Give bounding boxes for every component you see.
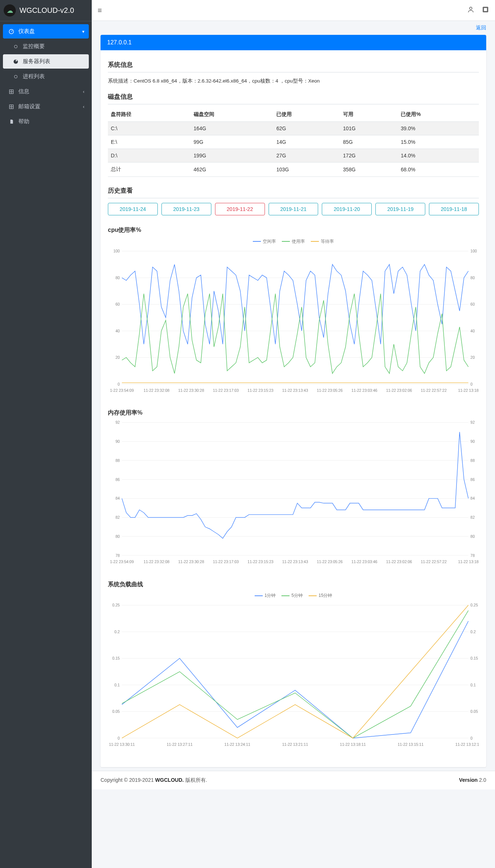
svg-text:11-22 13:21:11: 11-22 13:21:11 — [282, 743, 308, 747]
brand-logo-icon: ☁ — [4, 4, 16, 17]
legend-item[interactable]: 空闲率 — [253, 238, 276, 245]
table-row: C:\164G62G101G39.0% — [108, 122, 479, 135]
svg-text:0.05: 0.05 — [112, 710, 120, 714]
svg-point-9 — [470, 7, 472, 10]
svg-text:1-22 23:54:09: 1-22 23:54:09 — [110, 388, 134, 392]
svg-text:0.15: 0.15 — [112, 656, 120, 660]
table-row: E:\99G14G85G15.0% — [108, 135, 479, 149]
svg-text:0.1: 0.1 — [114, 683, 120, 687]
svg-text:40: 40 — [116, 329, 120, 333]
table-row: 总计462G103G358G68.0% — [108, 163, 479, 177]
svg-text:20: 20 — [116, 355, 120, 360]
svg-text:78: 78 — [470, 554, 475, 558]
history-date-button[interactable]: 2019-11-22 — [215, 203, 265, 215]
svg-text:80: 80 — [470, 276, 475, 280]
svg-text:80: 80 — [116, 276, 120, 280]
nav-item-仪表盘[interactable]: 仪表盘▾ — [3, 24, 89, 39]
nav-label: 帮助 — [18, 118, 29, 125]
pie-icon — [12, 59, 20, 64]
user-icon[interactable] — [467, 6, 474, 15]
dashboard-icon — [7, 29, 15, 34]
svg-text:20: 20 — [470, 355, 475, 360]
svg-text:11-22 13:30:11: 11-22 13:30:11 — [109, 743, 135, 747]
svg-text:90: 90 — [116, 440, 120, 444]
nav-item-进程列表[interactable]: 进程列表 — [3, 69, 89, 84]
nav-item-信息[interactable]: 信息‹ — [3, 84, 89, 99]
sidebar: ☁ WGCLOUD-v2.0 仪表盘▾监控概要服务器列表进程列表信息‹邮箱设置‹… — [0, 0, 92, 868]
main-card: 127.0.0.1 系统信息 系统描述：CentOS 6.8 x86_64，版本… — [101, 35, 486, 767]
svg-text:82: 82 — [470, 515, 475, 519]
chart-title: 系统负载曲线 — [108, 581, 479, 591]
disk-col-header: 已使用 — [273, 107, 340, 122]
nav-item-邮箱设置[interactable]: 邮箱设置‹ — [3, 99, 89, 114]
svg-text:100: 100 — [113, 249, 120, 253]
svg-text:11-22 13:18: 11-22 13:18 — [458, 388, 478, 392]
legend-item[interactable]: 15分钟 — [309, 592, 332, 599]
grid-icon — [7, 104, 15, 109]
chart-block-mem: 内存使用率%787880808282848486868888909092921-… — [108, 405, 479, 577]
svg-point-2 — [14, 75, 17, 78]
history-date-buttons: 2019-11-242019-11-232019-11-222019-11-21… — [108, 203, 479, 215]
svg-text:11-22 13:12:11: 11-22 13:12:11 — [455, 743, 479, 747]
brand[interactable]: ☁ WGCLOUD-v2.0 — [0, 0, 92, 21]
svg-text:11-22 23:30:28: 11-22 23:30:28 — [178, 560, 204, 564]
disk-title: 磁盘信息 — [108, 90, 479, 105]
legend-item[interactable]: 等待率 — [311, 238, 334, 245]
svg-text:11-22 23:15:23: 11-22 23:15:23 — [248, 560, 274, 564]
nav-label: 信息 — [18, 88, 29, 95]
svg-text:11-22 13:18: 11-22 13:18 — [458, 560, 478, 564]
svg-text:0.2: 0.2 — [114, 630, 120, 634]
nav-item-监控概要[interactable]: 监控概要 — [3, 39, 89, 54]
fullscreen-icon[interactable] — [482, 6, 489, 15]
chevron-left-icon: ‹ — [83, 89, 84, 94]
svg-text:11-22 23:05:26: 11-22 23:05:26 — [317, 560, 343, 564]
svg-text:11-22 23:13:43: 11-22 23:13:43 — [282, 560, 308, 564]
svg-text:0: 0 — [470, 736, 473, 740]
back-link[interactable]: 返回 — [476, 25, 486, 30]
nav-label: 进程列表 — [23, 73, 45, 80]
history-date-button[interactable]: 2019-11-19 — [375, 203, 425, 215]
svg-text:11-22 23:17:03: 11-22 23:17:03 — [213, 388, 239, 392]
footer-left: Copyright © 2019-2021 WGCLOUD. 版权所有. — [101, 777, 207, 784]
svg-text:11-22 22:57:22: 11-22 22:57:22 — [421, 560, 447, 564]
svg-text:84: 84 — [116, 497, 120, 501]
svg-text:11-22 23:03:46: 11-22 23:03:46 — [352, 388, 378, 392]
history-date-button[interactable]: 2019-11-21 — [269, 203, 319, 215]
nav-item-服务器列表[interactable]: 服务器列表 — [3, 54, 89, 69]
legend-item[interactable]: 使用率 — [282, 238, 305, 245]
legend-item[interactable]: 5分钟 — [281, 592, 303, 599]
history-date-button[interactable]: 2019-11-20 — [322, 203, 372, 215]
svg-text:11-22 13:24:11: 11-22 13:24:11 — [225, 743, 251, 747]
svg-text:90: 90 — [470, 440, 475, 444]
svg-text:40: 40 — [470, 329, 475, 333]
nav-item-帮助[interactable]: 帮助 — [3, 114, 89, 129]
svg-text:11-22 23:32:08: 11-22 23:32:08 — [143, 560, 170, 564]
history-date-button[interactable]: 2019-11-24 — [108, 203, 158, 215]
svg-text:92: 92 — [470, 420, 475, 424]
history-title: 历史查看 — [108, 183, 479, 198]
svg-text:86: 86 — [470, 478, 475, 482]
svg-text:0.2: 0.2 — [470, 630, 476, 634]
svg-text:82: 82 — [116, 515, 120, 519]
disk-col-header: 可用 — [340, 107, 398, 122]
brand-text: WGCLOUD-v2.0 — [19, 6, 74, 15]
chart-title: 内存使用率% — [108, 409, 479, 419]
legend-item[interactable]: 1分钟 — [255, 592, 276, 599]
svg-text:11-22 23:13:43: 11-22 23:13:43 — [282, 388, 308, 392]
svg-text:11-22 22:57:22: 11-22 22:57:22 — [421, 388, 447, 392]
svg-text:84: 84 — [470, 497, 475, 501]
history-date-button[interactable]: 2019-11-18 — [429, 203, 479, 215]
history-date-button[interactable]: 2019-11-23 — [161, 203, 211, 215]
chart-load: 000.050.050.10.10.150.150.20.20.250.2511… — [108, 602, 479, 749]
svg-text:100: 100 — [470, 249, 477, 253]
svg-text:0.1: 0.1 — [470, 683, 476, 687]
disk-col-header: 已使用% — [398, 107, 479, 122]
server-ip: 127.0.0.1 — [107, 39, 132, 45]
chart-mem: 787880808282848486868888909092921-22 23:… — [108, 419, 479, 566]
svg-text:1-22 23:54:09: 1-22 23:54:09 — [110, 560, 134, 564]
circle-icon — [12, 74, 20, 79]
topbar: ≡ — [92, 0, 495, 21]
svg-text:11-22 23:15:23: 11-22 23:15:23 — [248, 388, 274, 392]
svg-text:11-22 13:15:11: 11-22 13:15:11 — [398, 743, 424, 747]
menu-toggle-icon[interactable]: ≡ — [98, 6, 102, 15]
